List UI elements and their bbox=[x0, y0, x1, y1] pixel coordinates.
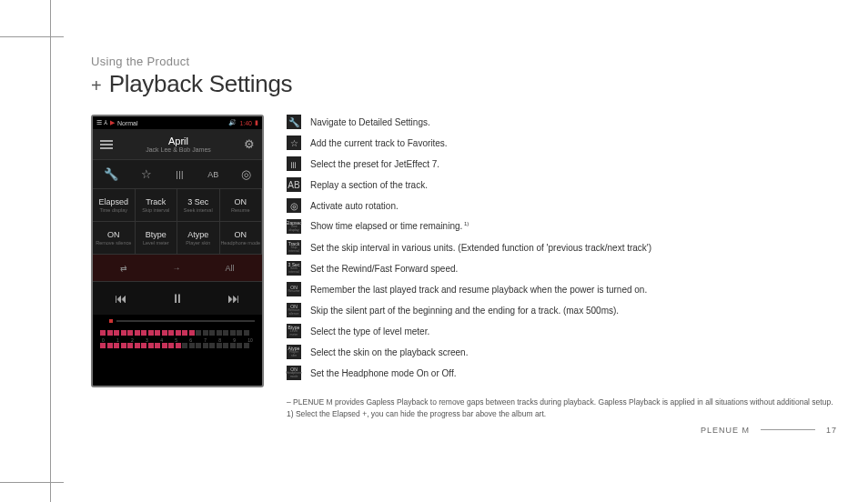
legend: 🔧Navigate to Detailed Settings.☆Add the … bbox=[287, 115, 837, 387]
legend-text: Remember the last played track and resum… bbox=[310, 285, 647, 295]
track-info: April Jack Lee & Bob James bbox=[146, 136, 211, 153]
player-header: April Jack Lee & Bob James ⚙ bbox=[93, 129, 262, 160]
margin-marker-bottom bbox=[0, 482, 64, 483]
volume-track bbox=[116, 320, 255, 322]
legend-row: ElapsedTime displayShow time elapsed or … bbox=[287, 219, 837, 234]
legend-row: 🔧Navigate to Detailed Settings. bbox=[287, 115, 837, 129]
elapsed-icon: ElapsedTime display bbox=[287, 219, 301, 234]
margin-marker-left bbox=[50, 0, 51, 502]
status-right: 🔊 1:40 ▮ bbox=[228, 119, 258, 126]
rotation-icon: ◎ bbox=[287, 198, 301, 213]
legend-row: AtypePlayer skinSelect the skin on the p… bbox=[287, 345, 837, 359]
page-title: Playback Settings bbox=[109, 70, 293, 98]
gear-icon: ⚙ bbox=[244, 137, 255, 151]
prev-icon: ⏮ bbox=[115, 291, 127, 306]
legend-text: Show time elapsed or time remaining. 1) bbox=[310, 221, 469, 231]
legend-text: Add the current track to Favorites. bbox=[310, 138, 448, 148]
headphone-icon: ONHeadphone mode bbox=[287, 366, 301, 380]
opt-resume: ONResume bbox=[220, 189, 263, 222]
opt-skin: AtypePlayer skin bbox=[177, 222, 220, 255]
play-icon: ▶ bbox=[110, 119, 115, 126]
eq-preset-label: Normal bbox=[117, 120, 138, 126]
track-title: April bbox=[146, 136, 211, 146]
legend-text: Replay a section of the track. bbox=[310, 180, 428, 190]
legend-row: ONHeadphone modeSet the Headphone mode O… bbox=[287, 366, 837, 380]
legend-row: 3 SecSeek intervalSet the Rewind/Fast Fo… bbox=[287, 261, 837, 276]
star-icon: ☆ bbox=[141, 167, 152, 181]
battery-icon: ▮ bbox=[255, 119, 258, 126]
repeat-all: All bbox=[225, 264, 234, 273]
footnotes: – PLENUE M provides Gapless Playback to … bbox=[287, 397, 837, 420]
legend-text: Select the type of level meter. bbox=[310, 326, 429, 336]
arrow-icon: → bbox=[172, 264, 180, 273]
breadcrumb: Using the Product bbox=[91, 55, 837, 68]
volume-bar bbox=[93, 315, 262, 327]
pause-icon: ⏸ bbox=[171, 291, 184, 306]
footnote-gapless: – PLENUE M provides Gapless Playback to … bbox=[287, 397, 837, 408]
opt-level: BtypeLevel meter bbox=[136, 222, 178, 255]
legend-text: Activate auto rotation. bbox=[310, 201, 399, 211]
wrench-icon: 🔧 bbox=[287, 115, 301, 129]
menu-icon: ☰ ⅄ bbox=[96, 119, 107, 126]
meter-left bbox=[100, 330, 255, 336]
equalizer-icon: ⫼ bbox=[287, 156, 301, 171]
legend-row: ONRemove silenceSkip the silent part of … bbox=[287, 303, 837, 317]
track-artist: Jack Lee & Bob James bbox=[146, 146, 211, 153]
equalizer-icon: ⫼ bbox=[174, 167, 186, 181]
meter-right bbox=[100, 343, 255, 348]
page-content: Using the Product + Playback Settings ☰ … bbox=[91, 55, 837, 420]
legend-text: Set the Headphone mode On or Off. bbox=[310, 368, 456, 378]
legend-text: Skip the silent part of the beginning an… bbox=[310, 306, 619, 316]
skin-icon: AtypePlayer skin bbox=[287, 345, 301, 359]
status-bar: ☰ ⅄ ▶ Normal 🔊 1:40 ▮ bbox=[93, 116, 262, 129]
ab-repeat-icon: AB bbox=[207, 170, 218, 179]
legend-text: Navigate to Detailed Settings. bbox=[310, 117, 430, 127]
legend-row: ⫼Select the preset for JetEffect 7. bbox=[287, 156, 837, 171]
page-number: 17 bbox=[826, 426, 837, 435]
shuffle-icon: ⇄ bbox=[120, 264, 127, 273]
opt-elapsed: ElapsedTime display bbox=[93, 189, 136, 222]
star-icon: ☆ bbox=[287, 136, 301, 150]
next-icon: ⏭ bbox=[227, 291, 240, 306]
footnote-elapsed: 1) Select the Elapsed +, you can hide th… bbox=[287, 408, 837, 420]
page-footer: PLENUE M 17 bbox=[701, 426, 837, 435]
icon-row: 🔧 ☆ ⫼ AB ◎ bbox=[93, 160, 262, 189]
3sec-icon: 3 SecSeek interval bbox=[287, 261, 301, 276]
wrench-icon: 🔧 bbox=[104, 167, 118, 181]
opt-headphone: ONHeadphone mode bbox=[220, 222, 263, 255]
legend-text: Set the Rewind/Fast Forward speed. bbox=[310, 264, 458, 274]
footer-line bbox=[761, 429, 815, 430]
legend-row: ONResumeRemember the last played track a… bbox=[287, 282, 837, 296]
legend-text: Select the preset for JetEffect 7. bbox=[310, 159, 439, 169]
album-strip: ⇄ → All bbox=[93, 255, 262, 282]
product-name: PLENUE M bbox=[701, 426, 750, 435]
legend-row: BtypeLevel meterSelect the type of level… bbox=[287, 324, 837, 338]
clock-time: 1:40 bbox=[239, 120, 252, 126]
title-plus: + bbox=[91, 75, 102, 96]
level-meters: 012345678910 bbox=[93, 327, 262, 352]
resume-icon: ONResume bbox=[287, 282, 301, 296]
playback-controls: ⏮ ⏸ ⏭ bbox=[93, 282, 262, 315]
volume-thumb bbox=[109, 319, 113, 323]
level-icon: BtypeLevel meter bbox=[287, 324, 301, 338]
track-icon: TrackSkip interval bbox=[287, 240, 301, 255]
legend-row: ABReplay a section of the track. bbox=[287, 177, 837, 192]
margin-marker-top bbox=[0, 36, 64, 37]
opt-silence: ONRemove silence bbox=[93, 222, 136, 255]
options-grid: ElapsedTime display TrackSkip interval 3… bbox=[93, 189, 262, 255]
legend-row: ◎Activate auto rotation. bbox=[287, 198, 837, 213]
device-screenshot: ☰ ⅄ ▶ Normal 🔊 1:40 ▮ April Jack Lee & B… bbox=[91, 115, 264, 387]
opt-seek: 3 SecSeek interval bbox=[177, 189, 220, 222]
rotation-icon: ◎ bbox=[241, 167, 251, 181]
legend-text: Set the skip interval in various units. … bbox=[310, 243, 651, 253]
legend-row: TrackSkip intervalSet the skip interval … bbox=[287, 240, 837, 255]
ab-repeat-icon: AB bbox=[287, 177, 301, 192]
main-row: ☰ ⅄ ▶ Normal 🔊 1:40 ▮ April Jack Lee & B… bbox=[91, 115, 837, 387]
volume-icon: 🔊 bbox=[228, 119, 237, 126]
status-left: ☰ ⅄ ▶ Normal bbox=[96, 119, 138, 126]
legend-text: Select the skin on the playback screen. bbox=[310, 347, 468, 357]
silence-icon: ONRemove silence bbox=[287, 303, 301, 317]
hamburger-icon bbox=[100, 140, 113, 149]
legend-row: ☆Add the current track to Favorites. bbox=[287, 136, 837, 150]
title-row: + Playback Settings bbox=[91, 70, 837, 98]
